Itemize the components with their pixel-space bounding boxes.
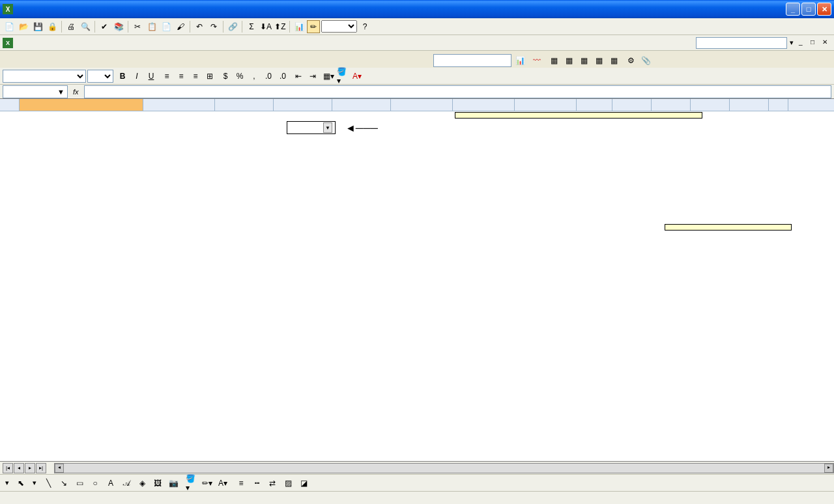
custom-combo[interactable] <box>433 54 511 67</box>
col-header-o[interactable] <box>730 99 769 111</box>
line-style-icon[interactable]: ≡ <box>235 477 248 490</box>
merge-button[interactable]: ⊞ <box>203 70 216 83</box>
sort-desc-icon[interactable]: ⬆Z <box>274 20 287 33</box>
picture-icon[interactable]: 📷 <box>167 477 180 490</box>
fill-color-icon[interactable]: 🪣▾ <box>185 477 198 490</box>
font-color-icon[interactable]: A▾ <box>216 477 229 490</box>
col-header-h[interactable] <box>391 99 453 111</box>
redo-icon[interactable]: ↷ <box>207 20 220 33</box>
horizontal-scrollbar[interactable]: ◂ ▸ <box>54 463 834 473</box>
format-painter-icon[interactable]: 🖌 <box>174 20 187 33</box>
cut-icon[interactable]: ✂ <box>131 20 144 33</box>
menu-window[interactable] <box>90 42 100 44</box>
copy-icon[interactable]: 📋 <box>145 20 158 33</box>
dash-style-icon[interactable]: ┅ <box>250 477 263 490</box>
comma-button[interactable]: , <box>248 70 261 83</box>
col-header-j[interactable] <box>515 99 577 111</box>
wordart-icon[interactable]: 𝒜 <box>120 477 133 490</box>
currency-button[interactable]: $ <box>219 70 232 83</box>
menu-file[interactable] <box>17 42 27 44</box>
shadow-icon[interactable]: ▨ <box>281 477 295 490</box>
help-dropdown-icon[interactable]: ▾ <box>790 38 794 47</box>
menu-format[interactable] <box>59 42 69 44</box>
percent-button[interactable]: % <box>233 70 246 83</box>
print-icon[interactable]: 🖨 <box>65 20 78 33</box>
chart-icon[interactable]: 📊 <box>293 20 306 33</box>
3d-icon[interactable]: ◪ <box>297 477 310 490</box>
permission-icon[interactable]: 🔒 <box>46 20 59 33</box>
tool-icon-7[interactable]: ▦ <box>607 54 620 67</box>
menu-pjmlns[interactable] <box>111 42 121 44</box>
font-size-combo[interactable] <box>87 70 113 83</box>
align-left-button[interactable]: ≡ <box>160 70 173 83</box>
month-end-selector[interactable]: ▼ <box>287 121 336 134</box>
menu-view[interactable] <box>38 42 48 44</box>
tool-icon-5[interactable]: ▦ <box>577 54 590 67</box>
close-button[interactable]: ✕ <box>817 3 831 16</box>
col-header-e[interactable] <box>215 99 274 111</box>
menu-help[interactable] <box>100 42 111 44</box>
tool-icon-6[interactable]: ▦ <box>592 54 605 67</box>
new-icon[interactable]: 📄 <box>3 20 16 33</box>
select-objects-icon[interactable]: ⬉ <box>14 477 27 490</box>
align-right-button[interactable]: ≡ <box>189 70 202 83</box>
arrow-style-icon[interactable]: ⇄ <box>266 477 279 490</box>
drawing-icon[interactable]: ✏ <box>307 20 320 33</box>
font-color-button[interactable]: A▾ <box>351 70 364 83</box>
tool-icon-9[interactable]: 📎 <box>639 54 652 67</box>
clipart-icon[interactable]: 🖼 <box>151 477 164 490</box>
doc-restore-button[interactable]: □ <box>811 38 820 48</box>
col-header-m[interactable] <box>652 99 691 111</box>
select-all-corner[interactable] <box>0 99 20 111</box>
menu-tools[interactable] <box>69 42 79 44</box>
tool-icon-2[interactable]: 〰 <box>530 54 543 67</box>
col-header-g[interactable] <box>332 99 391 111</box>
fx-label[interactable]: fx <box>73 88 79 96</box>
oval-icon[interactable]: ○ <box>89 477 102 490</box>
tab-nav-prev[interactable]: ◂ <box>14 463 24 473</box>
chevron-down-icon[interactable]: ▼ <box>323 122 332 133</box>
col-header-k[interactable] <box>577 99 612 111</box>
tab-nav-last[interactable]: ▸| <box>36 463 46 473</box>
bold-button[interactable]: B <box>116 70 129 83</box>
autosum-icon[interactable]: Σ <box>245 20 258 33</box>
font-name-combo[interactable] <box>3 70 86 83</box>
help-icon[interactable]: ? <box>358 20 371 33</box>
chevron-down-icon[interactable]: ▼ <box>57 88 65 96</box>
decrease-decimal-button[interactable]: .0 <box>276 70 289 83</box>
hyperlink-icon[interactable]: 🔗 <box>226 20 239 33</box>
textbox-icon[interactable]: A <box>104 477 117 490</box>
italic-button[interactable]: I <box>130 70 143 83</box>
undo-icon[interactable]: ↶ <box>193 20 206 33</box>
col-header-p[interactable] <box>769 99 788 111</box>
tool-icon-8[interactable]: ⚙ <box>624 54 637 67</box>
borders-button[interactable]: ▦▾ <box>322 70 335 83</box>
open-icon[interactable]: 📂 <box>17 20 30 33</box>
tab-nav-next[interactable]: ▸ <box>25 463 35 473</box>
diagram-icon[interactable]: ◈ <box>136 477 149 490</box>
col-header-n[interactable] <box>691 99 730 111</box>
align-center-button[interactable]: ≡ <box>175 70 188 83</box>
col-header-l[interactable] <box>612 99 652 111</box>
tool-icon-4[interactable]: ▦ <box>562 54 575 67</box>
zoom-combo[interactable] <box>321 20 357 33</box>
col-header-i[interactable] <box>453 99 515 111</box>
research-icon[interactable]: 📚 <box>112 20 125 33</box>
name-box[interactable]: ▼ <box>3 85 68 98</box>
menu-insert[interactable] <box>48 42 59 44</box>
doc-minimize-button[interactable]: _ <box>799 38 808 48</box>
minimize-button[interactable]: _ <box>786 3 800 16</box>
preview-icon[interactable]: 🔍 <box>79 20 92 33</box>
underline-button[interactable]: U <box>145 70 158 83</box>
help-search-input[interactable] <box>696 37 787 49</box>
sort-asc-icon[interactable]: ⬇A <box>259 20 272 33</box>
tool-icon-1[interactable]: 📊 <box>513 54 526 67</box>
line-icon[interactable]: ╲ <box>42 477 55 490</box>
doc-close-button[interactable]: ✕ <box>822 38 831 48</box>
tab-nav-first[interactable]: |◂ <box>3 463 13 473</box>
increase-decimal-button[interactable]: .0 <box>262 70 275 83</box>
line-color-icon[interactable]: ✏▾ <box>201 477 214 490</box>
col-header-a[interactable] <box>20 99 143 111</box>
save-icon[interactable]: 💾 <box>31 20 44 33</box>
col-header-d[interactable] <box>143 99 215 111</box>
